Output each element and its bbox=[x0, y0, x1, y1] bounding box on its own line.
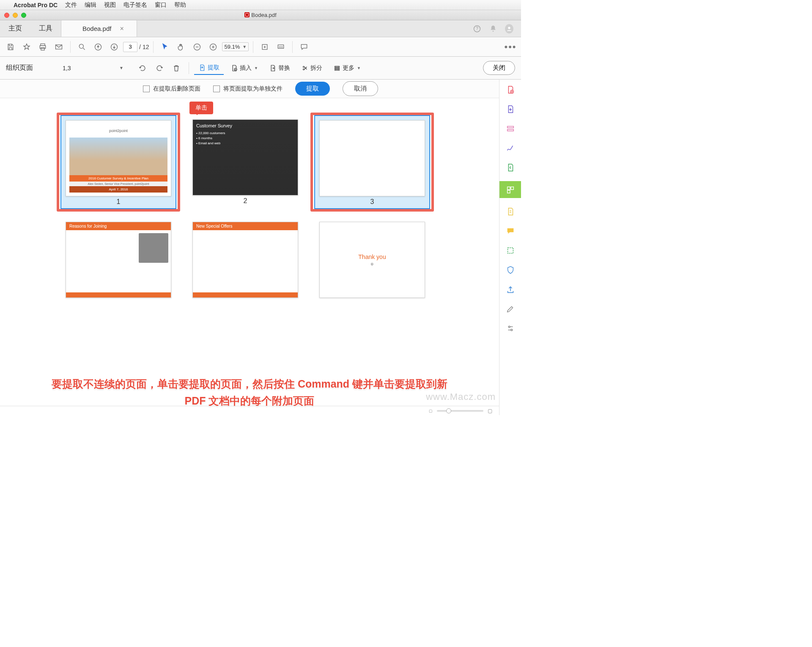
extract-action[interactable]: 提取 bbox=[194, 61, 224, 75]
zoom-bottom-bar: ▢ ▢ bbox=[0, 406, 499, 415]
page-thumb-3[interactable]: Survey Demographics Highlights 55% Gener… bbox=[313, 115, 431, 209]
zoom-in-small-icon[interactable]: ▢ bbox=[488, 408, 492, 414]
organize-toolbar: 组织页面 1,3 ▼ 提取 插入 ▼ 替换 拆分 更多 ▼ 关闭 bbox=[0, 57, 521, 80]
insert-action[interactable]: 插入 ▼ bbox=[226, 62, 262, 74]
next-page-icon[interactable] bbox=[107, 40, 121, 54]
page-range-value: 1,3 bbox=[63, 65, 71, 72]
tab-active-document[interactable]: Bodea.pdf × bbox=[61, 20, 137, 37]
slide-title: New Special Offers bbox=[193, 222, 298, 230]
zoom-select[interactable]: 59.1% ▼ bbox=[222, 42, 249, 51]
checkbox-separate-files[interactable]: 将页面提取为单独文件 bbox=[213, 85, 283, 93]
slide-date: April 7, 2016 bbox=[69, 186, 167, 193]
svg-rect-22 bbox=[507, 127, 513, 128]
page-range-select[interactable]: 1,3 ▼ bbox=[59, 62, 127, 74]
menu-help[interactable]: 帮助 bbox=[174, 1, 186, 9]
hand-icon[interactable] bbox=[174, 40, 188, 54]
delete-icon[interactable] bbox=[169, 61, 184, 75]
zoom-value: 59.1% bbox=[224, 44, 240, 50]
settings-icon[interactable] bbox=[505, 322, 516, 334]
print-icon[interactable] bbox=[36, 40, 50, 54]
pointer-icon[interactable] bbox=[158, 40, 172, 54]
comment-tool-icon[interactable] bbox=[505, 225, 516, 237]
protect-icon[interactable] bbox=[505, 264, 516, 276]
close-button[interactable]: 关闭 bbox=[483, 61, 515, 75]
scan-icon[interactable] bbox=[505, 245, 516, 256]
svg-rect-27 bbox=[508, 248, 513, 253]
more-icon[interactable]: ••• bbox=[503, 40, 518, 54]
svg-rect-25 bbox=[510, 187, 513, 190]
avatar-icon[interactable] bbox=[505, 25, 513, 33]
slide-bullet: Rent four or more days, and get a fifth … bbox=[196, 233, 294, 237]
tab-close-icon[interactable]: × bbox=[120, 25, 123, 33]
rotate-cw-icon[interactable] bbox=[152, 61, 167, 75]
mail-icon[interactable] bbox=[52, 40, 66, 54]
zoom-in-icon[interactable] bbox=[206, 40, 220, 54]
rotate-ccw-icon[interactable] bbox=[135, 61, 150, 75]
slide-bullet: 6 months bbox=[196, 136, 294, 141]
more-action[interactable]: 更多 ▼ bbox=[329, 62, 365, 74]
page-thumb-6[interactable]: Thank you ⊕ bbox=[313, 218, 431, 300]
page-thumb-5[interactable]: New Special Offers Rent four or more day… bbox=[186, 218, 304, 300]
save-icon[interactable] bbox=[3, 40, 18, 54]
svg-text:?: ? bbox=[476, 26, 478, 31]
slide-bullet: 76% Live in or near major cities bbox=[323, 142, 421, 147]
cancel-button[interactable]: 取消 bbox=[343, 81, 378, 96]
slide-logo: point2point bbox=[69, 124, 167, 138]
extract-options-bar: 在提取后删除页面 将页面提取为单独文件 提取 取消 bbox=[0, 80, 521, 98]
edit-pdf-icon[interactable] bbox=[505, 123, 516, 135]
slide-bullet: 69% From East and West regions bbox=[323, 147, 421, 152]
fit-page-icon[interactable] bbox=[258, 40, 272, 54]
page-thumb-2[interactable]: Customer Survey 22,000 customers 6 month… bbox=[186, 115, 304, 209]
menu-sign[interactable]: 电子签名 bbox=[123, 1, 147, 9]
zoom-slider[interactable] bbox=[437, 410, 483, 412]
svg-point-2 bbox=[493, 30, 494, 32]
svg-rect-23 bbox=[507, 129, 513, 131]
zoom-out-small-icon[interactable]: ▢ bbox=[429, 409, 433, 413]
menu-window[interactable]: 窗口 bbox=[155, 1, 167, 9]
zoom-out-icon[interactable] bbox=[190, 40, 204, 54]
search-icon[interactable] bbox=[75, 40, 89, 54]
star-icon[interactable] bbox=[19, 40, 34, 54]
slide-bullet: Try a hybrid or electric car and get a 3… bbox=[196, 252, 294, 256]
edit-tool-icon[interactable] bbox=[505, 303, 516, 315]
tools-rail bbox=[499, 80, 521, 415]
menu-edit[interactable]: 编辑 bbox=[85, 1, 96, 9]
prev-page-icon[interactable] bbox=[91, 40, 105, 54]
extract-button[interactable]: 提取 bbox=[295, 82, 330, 96]
menu-view[interactable]: 视图 bbox=[104, 1, 116, 9]
slide-bullet: 22,000 customers bbox=[196, 131, 294, 136]
chevron-down-icon: ▼ bbox=[357, 66, 361, 70]
read-mode-icon[interactable] bbox=[274, 40, 288, 54]
svg-rect-24 bbox=[507, 187, 510, 190]
export-pdf-icon[interactable] bbox=[505, 103, 516, 115]
create-pdf-icon[interactable] bbox=[505, 84, 516, 96]
tab-home[interactable]: 主页 bbox=[0, 20, 30, 37]
svg-rect-19 bbox=[335, 68, 340, 69]
checkbox-icon bbox=[213, 85, 220, 92]
combine-icon[interactable] bbox=[505, 162, 516, 173]
checkbox-delete-after[interactable]: 在提取后删除页面 bbox=[143, 85, 200, 93]
page-sep: / bbox=[139, 44, 141, 50]
compress-icon[interactable] bbox=[505, 206, 516, 218]
tab-tools[interactable]: 工具 bbox=[30, 20, 61, 37]
replace-action[interactable]: 替换 bbox=[265, 62, 294, 74]
help-icon[interactable]: ? bbox=[473, 25, 481, 33]
slide-bullet: Get a free tank of gas for 500 point2poi… bbox=[196, 237, 294, 242]
page-total: 12 bbox=[143, 44, 149, 50]
bell-icon[interactable] bbox=[489, 25, 497, 33]
sign-icon[interactable] bbox=[505, 142, 516, 154]
page-input[interactable] bbox=[123, 42, 137, 52]
svg-rect-18 bbox=[335, 66, 340, 67]
share-icon[interactable] bbox=[505, 284, 516, 295]
page-thumb-1[interactable]: point2point 2016 Customer Survey & Incen… bbox=[59, 115, 178, 209]
menu-file[interactable]: 文件 bbox=[65, 1, 77, 9]
page-thumb-4[interactable]: Reasons for Joining Concerns about the e… bbox=[59, 218, 178, 300]
app-name[interactable]: Acrobat Pro DC bbox=[14, 2, 58, 8]
svg-rect-6 bbox=[41, 47, 44, 50]
comment-icon[interactable] bbox=[297, 40, 311, 54]
split-action[interactable]: 拆分 bbox=[297, 62, 326, 74]
page-thumbnails-area: 单击 point2point 2016 Customer Survey & In… bbox=[0, 98, 499, 415]
slide-bullet: Rent any car for 10 or more full days, a… bbox=[196, 242, 294, 252]
slide-title: Thank you bbox=[358, 253, 386, 260]
organize-icon[interactable] bbox=[499, 181, 521, 198]
